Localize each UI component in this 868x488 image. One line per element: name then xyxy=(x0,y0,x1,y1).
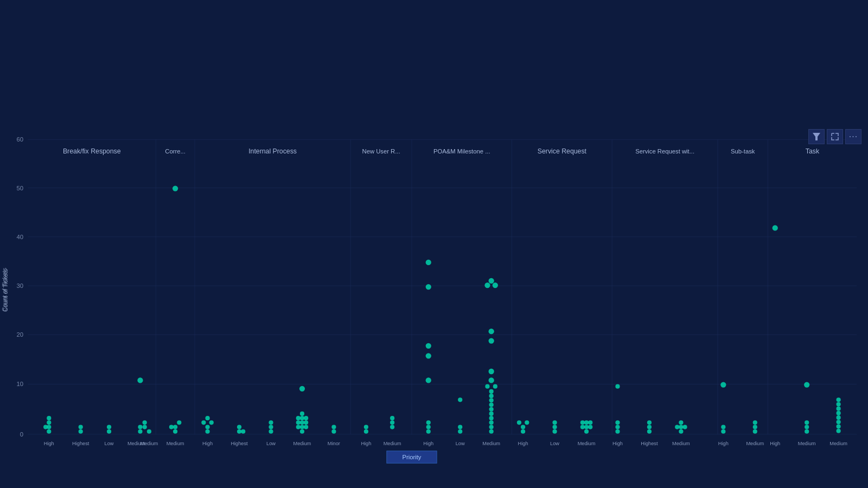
svg-point-107 xyxy=(489,402,494,407)
svg-point-58 xyxy=(205,416,209,420)
svg-point-130 xyxy=(615,420,620,425)
svg-point-71 xyxy=(296,425,301,429)
svg-text:Task: Task xyxy=(806,147,820,155)
svg-point-109 xyxy=(489,412,494,416)
svg-point-122 xyxy=(584,425,589,429)
svg-text:Highest: Highest xyxy=(231,441,248,446)
svg-point-89 xyxy=(426,429,431,434)
svg-point-37 xyxy=(47,416,51,420)
svg-text:Highest: Highest xyxy=(72,441,90,446)
svg-point-48 xyxy=(147,429,151,434)
svg-point-131 xyxy=(615,384,620,389)
svg-point-125 xyxy=(588,425,592,429)
svg-point-129 xyxy=(615,425,620,429)
svg-text:POA&M Milestone ...: POA&M Milestone ... xyxy=(433,148,490,155)
svg-point-108 xyxy=(489,407,494,412)
svg-point-78 xyxy=(331,425,336,429)
svg-point-150 xyxy=(805,420,809,425)
svg-point-120 xyxy=(552,420,557,425)
svg-text:50: 50 xyxy=(17,185,24,191)
svg-point-145 xyxy=(753,420,757,425)
svg-point-127 xyxy=(588,420,592,425)
svg-text:High: High xyxy=(423,441,433,446)
svg-point-128 xyxy=(615,429,620,434)
svg-point-38 xyxy=(43,425,48,429)
svg-point-59 xyxy=(237,429,241,434)
svg-text:High: High xyxy=(718,441,729,446)
svg-point-46 xyxy=(143,420,147,425)
svg-point-158 xyxy=(837,429,841,433)
svg-point-79 xyxy=(364,429,368,434)
svg-text:Low: Low xyxy=(456,441,465,446)
svg-text:High: High xyxy=(44,441,54,446)
svg-point-96 xyxy=(484,282,490,288)
svg-point-53 xyxy=(177,420,181,425)
svg-point-43 xyxy=(137,377,143,383)
svg-point-63 xyxy=(269,425,273,429)
svg-point-98 xyxy=(489,329,494,334)
svg-point-84 xyxy=(426,260,431,265)
svg-point-95 xyxy=(489,278,494,284)
svg-text:0: 0 xyxy=(20,431,23,438)
more-button[interactable]: ··· xyxy=(845,129,861,144)
svg-point-60 xyxy=(237,425,241,429)
svg-point-55 xyxy=(205,425,209,429)
svg-point-51 xyxy=(173,425,177,429)
svg-point-137 xyxy=(679,420,683,425)
svg-text:10: 10 xyxy=(17,381,24,387)
svg-point-115 xyxy=(521,425,525,429)
svg-point-100 xyxy=(489,369,494,374)
svg-point-42 xyxy=(107,425,111,429)
svg-point-73 xyxy=(296,416,301,420)
svg-text:Medium: Medium xyxy=(293,441,311,446)
svg-point-102 xyxy=(485,384,489,389)
svg-point-151 xyxy=(837,397,841,402)
svg-point-156 xyxy=(837,420,841,424)
svg-text:Medium: Medium xyxy=(578,441,596,446)
svg-text:Low: Low xyxy=(266,441,276,446)
svg-point-47 xyxy=(143,425,147,429)
svg-rect-1 xyxy=(28,139,857,434)
svg-text:Medium: Medium xyxy=(798,441,816,446)
svg-point-88 xyxy=(426,377,431,383)
svg-point-66 xyxy=(300,429,304,434)
svg-point-77 xyxy=(331,429,336,434)
svg-point-133 xyxy=(647,425,652,429)
svg-point-103 xyxy=(493,384,497,389)
svg-point-64 xyxy=(269,420,273,425)
svg-point-56 xyxy=(201,420,206,425)
expand-button[interactable] xyxy=(827,129,843,144)
svg-point-149 xyxy=(805,425,809,429)
svg-point-114 xyxy=(521,429,525,434)
svg-text:Service Request: Service Request xyxy=(538,147,587,155)
svg-point-62 xyxy=(269,429,273,434)
svg-point-136 xyxy=(679,425,683,429)
svg-point-80 xyxy=(364,425,368,429)
svg-point-99 xyxy=(489,338,494,343)
svg-point-74 xyxy=(304,425,308,429)
svg-text:Service Request wit...: Service Request wit... xyxy=(635,148,694,155)
svg-point-112 xyxy=(489,425,494,429)
svg-point-121 xyxy=(584,429,589,434)
svg-point-144 xyxy=(753,425,757,429)
svg-point-72 xyxy=(296,420,301,425)
svg-text:60: 60 xyxy=(17,136,24,143)
svg-point-117 xyxy=(517,420,521,425)
svg-text:Count of Tickets: Count of Tickets xyxy=(1,267,8,311)
svg-point-40 xyxy=(79,425,83,429)
svg-point-126 xyxy=(580,420,585,425)
svg-point-93 xyxy=(458,429,462,434)
svg-point-34 xyxy=(47,429,51,434)
svg-point-67 xyxy=(300,425,304,429)
svg-point-132 xyxy=(647,429,652,434)
toolbar: ··· xyxy=(808,129,861,144)
svg-point-124 xyxy=(580,425,585,429)
svg-point-76 xyxy=(304,416,308,420)
filter-button[interactable] xyxy=(808,129,825,144)
svg-marker-0 xyxy=(813,133,820,140)
svg-point-49 xyxy=(173,185,178,191)
svg-point-143 xyxy=(753,429,757,434)
svg-point-105 xyxy=(489,394,494,398)
svg-text:40: 40 xyxy=(17,234,24,240)
svg-point-97 xyxy=(493,282,498,288)
